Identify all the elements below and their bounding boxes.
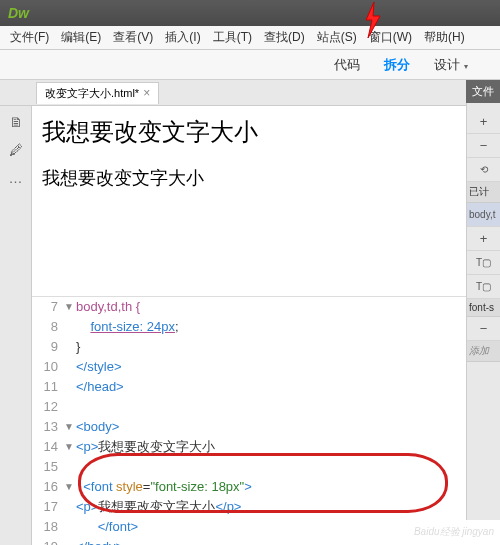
view-tab-design[interactable]: 设计▾ xyxy=(422,52,480,78)
line-number: 19 xyxy=(32,537,64,545)
line-number: 12 xyxy=(32,397,64,417)
view-tab-code[interactable]: 代码 xyxy=(322,52,372,78)
box-tool-icon[interactable]: ▢ xyxy=(482,257,491,268)
preview-text-large: 我想要改变文字大小 xyxy=(42,116,490,148)
menu-window[interactable]: 窗口(W) xyxy=(363,27,418,48)
view-tab-design-label: 设计 xyxy=(434,57,460,72)
close-icon[interactable]: × xyxy=(143,86,150,100)
panel-selector-row[interactable]: body,t xyxy=(467,203,500,227)
fold-icon[interactable]: ▼ xyxy=(64,297,76,317)
left-tool-rail: 🗎 🖉 … xyxy=(0,106,32,545)
box-tool-icon[interactable]: ▢ xyxy=(482,281,491,292)
panel-add-button[interactable]: + xyxy=(467,227,500,251)
panel-section-computed: 已计 xyxy=(467,182,500,203)
view-toolbar: 代码 拆分 设计▾ xyxy=(0,50,500,80)
line-number: 15 xyxy=(32,457,64,477)
view-tab-split[interactable]: 拆分 xyxy=(372,52,422,78)
fold-icon[interactable]: ▼ xyxy=(64,477,76,497)
panel-tab-files[interactable]: 文件 xyxy=(466,80,500,103)
code-text: body,td,th { xyxy=(76,297,140,317)
menu-view[interactable]: 查看(V) xyxy=(107,27,159,48)
line-number: 17 xyxy=(32,497,64,517)
design-preview[interactable]: 我想要改变文字大小 我想要改变文字大小 xyxy=(32,106,500,296)
watermark: Baidu经验 jingyan xyxy=(414,525,494,539)
line-number: 14 xyxy=(32,437,64,457)
line-number: 9 xyxy=(32,337,64,357)
line-number: 13 xyxy=(32,417,64,437)
panel-remove-button[interactable]: − xyxy=(467,317,500,341)
right-panel: 文件 + − ⟲ 已计 body,t + T▢ T▢ font-s − 添加 xyxy=(466,80,500,520)
panel-prop-fontsize[interactable]: font-s xyxy=(467,299,500,317)
page-icon[interactable]: 🗎 xyxy=(9,114,23,130)
panel-link-icon[interactable]: ⟲ xyxy=(467,158,500,182)
document-tab-label: 改变文字大小.html* xyxy=(45,86,139,101)
panel-remove-button[interactable]: − xyxy=(467,134,500,158)
panel-add-button[interactable]: + xyxy=(467,110,500,134)
line-number: 7 xyxy=(32,297,64,317)
line-number: 11 xyxy=(32,377,64,397)
more-icon[interactable]: … xyxy=(9,170,23,186)
menu-insert[interactable]: 插入(I) xyxy=(159,27,206,48)
menu-site[interactable]: 站点(S) xyxy=(311,27,363,48)
app-logo: Dw xyxy=(8,5,29,21)
fold-icon[interactable]: ▼ xyxy=(64,417,76,437)
chevron-down-icon: ▾ xyxy=(464,62,468,71)
fold-icon[interactable]: ▼ xyxy=(64,437,76,457)
preview-text-small: 我想要改变文字大小 xyxy=(42,166,490,190)
menu-help[interactable]: 帮助(H) xyxy=(418,27,471,48)
menu-file[interactable]: 文件(F) xyxy=(4,27,55,48)
prefs-icon[interactable]: 🖉 xyxy=(9,142,23,158)
code-editor[interactable]: 7▼body,td,th { 8 font-size: 24px; 9} 10<… xyxy=(32,296,500,545)
menu-edit[interactable]: 编辑(E) xyxy=(55,27,107,48)
line-number: 10 xyxy=(32,357,64,377)
menu-tool[interactable]: 工具(T) xyxy=(207,27,258,48)
line-number: 18 xyxy=(32,517,64,537)
document-tab[interactable]: 改变文字大小.html* × xyxy=(36,82,159,104)
panel-add-label[interactable]: 添加 xyxy=(467,341,500,362)
document-tabs: 改变文字大小.html* × xyxy=(0,80,500,106)
line-number: 16 xyxy=(32,477,64,497)
line-number: 8 xyxy=(32,317,64,337)
menu-bar: 文件(F) 编辑(E) 查看(V) 插入(I) 工具(T) 查找(D) 站点(S… xyxy=(0,26,500,50)
menu-find[interactable]: 查找(D) xyxy=(258,27,311,48)
